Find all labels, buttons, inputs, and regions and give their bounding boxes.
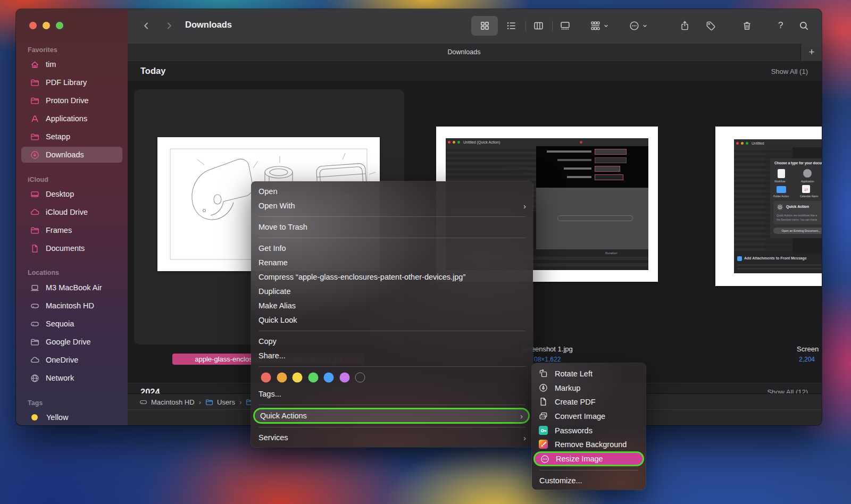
menu-item-quick-actions[interactable]: Quick Actions › xyxy=(253,408,530,424)
zoom-window-button[interactable] xyxy=(56,22,63,29)
menu-item-quick-look[interactable]: Quick Look xyxy=(251,313,533,327)
tag-color-purple[interactable] xyxy=(339,373,349,383)
menu-item-compress[interactable]: Compress “apple-glass-enclosures-patent-… xyxy=(251,270,533,284)
tag-color-green[interactable] xyxy=(308,373,318,383)
tag-color-orange[interactable] xyxy=(277,373,287,383)
forward-icon[interactable] xyxy=(164,21,173,30)
disk-icon xyxy=(139,398,147,406)
close-window-button[interactable] xyxy=(29,22,37,29)
cloud-icon xyxy=(30,356,39,365)
breadcrumb-item-users[interactable]: Users xyxy=(217,398,235,406)
submenu-item-create-pdf[interactable]: Create PDF xyxy=(532,394,646,409)
more-actions-icon[interactable] xyxy=(629,21,639,31)
file-thumbnail-screenshot2[interactable]: Untitled Choose a type for your document… xyxy=(715,127,822,286)
markup-icon xyxy=(539,383,548,392)
tag-icon[interactable] xyxy=(706,21,716,31)
menu-item-tags[interactable]: Tags... xyxy=(251,387,533,401)
sidebar-item-setapp[interactable]: Setapp xyxy=(21,129,122,145)
file-name[interactable]: Screen xyxy=(797,345,819,353)
red-dot-icon xyxy=(736,142,739,145)
download-icon xyxy=(30,150,39,159)
tag-color-blue[interactable] xyxy=(324,373,334,383)
library-sidebar xyxy=(734,147,765,254)
sidebar-item-documents[interactable]: Documents xyxy=(21,240,122,256)
disk-icon xyxy=(30,301,39,310)
folder-icon xyxy=(30,78,39,87)
menu-item-make-alias[interactable]: Make Alias xyxy=(251,298,533,313)
search-icon[interactable] xyxy=(799,21,809,31)
green-dot-icon xyxy=(746,142,748,145)
new-tab-button[interactable]: + xyxy=(800,44,822,61)
screenshot-titlebar: Untitled xyxy=(734,139,822,147)
submenu-item-passwords[interactable]: Passwords xyxy=(532,423,646,438)
submenu-item-convert-image[interactable]: Convert Image xyxy=(532,409,646,423)
sidebar-item-macintosh-hd[interactable]: Macintosh HD xyxy=(21,298,122,314)
menu-item-open[interactable]: Open xyxy=(251,184,533,198)
help-icon[interactable]: ? xyxy=(778,20,783,31)
menu-item-services[interactable]: Services› xyxy=(251,430,533,444)
menu-item-duplicate[interactable]: Duplicate xyxy=(251,284,533,298)
menu-item-move-to-trash[interactable]: Move to Trash xyxy=(251,220,533,234)
sidebar-item-frames[interactable]: Frames xyxy=(21,222,122,238)
sidebar-item-downloads[interactable]: Downloads xyxy=(21,147,122,163)
submenu-chevron-icon: › xyxy=(520,411,523,421)
sidebar-item-tag-yellow[interactable]: Yellow xyxy=(21,409,122,425)
submenu-item-markup[interactable]: Markup xyxy=(532,381,646,395)
rotate-left-icon xyxy=(539,369,548,378)
menu-item-open-with[interactable]: Open With› xyxy=(251,198,533,213)
breadcrumb-item-macintosh-hd[interactable]: Macintosh HD xyxy=(151,398,195,406)
sidebar-item-pdf-library[interactable]: PDF Library xyxy=(21,74,122,90)
menu-divider xyxy=(539,470,638,471)
sidebar-item-google-drive[interactable]: Google Drive xyxy=(21,334,122,350)
menu-item-rename[interactable]: Rename xyxy=(251,255,533,270)
sidebar-item-m3-macbook-air[interactable]: M3 MacBook Air xyxy=(21,280,122,296)
sidebar-item-sequoia[interactable]: Sequoia xyxy=(21,316,122,332)
tag-color-red[interactable] xyxy=(261,373,271,383)
column-view-icon[interactable] xyxy=(533,21,544,31)
list-view-icon[interactable] xyxy=(506,21,516,31)
tab-downloads[interactable]: Downloads xyxy=(128,44,800,61)
quick-actions-submenu: Rotate Left Markup Create PDF Convert Im… xyxy=(532,363,646,490)
sidebar: Favorites tim PDF Library Proton Drive A… xyxy=(16,9,128,425)
back-icon[interactable] xyxy=(142,21,151,30)
submenu-item-rotate-left[interactable]: Rotate Left xyxy=(532,366,646,381)
green-dot-icon xyxy=(457,141,460,144)
trash-icon[interactable] xyxy=(742,21,752,31)
document-icon xyxy=(30,244,39,253)
sidebar-item-network[interactable]: Network xyxy=(21,370,122,386)
chevron-down-icon[interactable] xyxy=(641,22,648,29)
submenu-item-remove-background[interactable]: Remove Background xyxy=(532,437,646,451)
share-icon[interactable] xyxy=(680,21,690,31)
sidebar-item-onedrive[interactable]: OneDrive xyxy=(21,352,122,368)
sidebar-item-desktop[interactable]: Desktop xyxy=(21,186,122,202)
sidebar-item-proton-drive[interactable]: Proton Drive xyxy=(21,93,122,108)
gallery-view-icon[interactable] xyxy=(560,21,570,31)
minimize-window-button[interactable] xyxy=(43,22,50,29)
red-dot-icon xyxy=(448,141,450,144)
sidebar-item-tim[interactable]: tim xyxy=(21,56,122,72)
sidebar-item-icloud-drive[interactable]: iCloud Drive xyxy=(21,204,122,220)
sidebar-section-locations: Locations xyxy=(28,269,59,276)
file-dimensions: 08×1,622 xyxy=(534,356,561,363)
screenshot-title: Untitled xyxy=(752,141,764,145)
sidebar-item-applications[interactable]: Applications xyxy=(21,111,122,127)
menu-item-share[interactable]: Share... xyxy=(251,348,533,363)
submenu-item-customize[interactable]: Customize... xyxy=(532,473,646,488)
tag-color-yellow[interactable] xyxy=(293,373,303,383)
chevron-down-icon[interactable] xyxy=(603,22,610,29)
home-icon xyxy=(30,60,39,69)
menu-item-copy[interactable]: Copy xyxy=(251,334,533,348)
group-by-icon[interactable] xyxy=(590,21,600,31)
disk-icon xyxy=(30,320,39,329)
convert-image-icon xyxy=(539,411,548,421)
menu-divider xyxy=(258,427,525,427)
breadcrumb: Macintosh HD › Users › xyxy=(139,394,254,410)
menu-divider xyxy=(258,405,525,405)
submenu-item-resize-image[interactable]: Resize Image xyxy=(533,451,644,466)
tag-color-none[interactable] xyxy=(355,373,365,383)
menu-item-get-info[interactable]: Get Info xyxy=(251,241,533,255)
screenshot-titlebar: Untitled (Quick Action) xyxy=(446,138,648,146)
chevron-right-icon: › xyxy=(239,398,241,406)
show-all-link[interactable]: Show All (1) xyxy=(771,68,808,75)
grid-view-icon[interactable] xyxy=(480,21,490,31)
